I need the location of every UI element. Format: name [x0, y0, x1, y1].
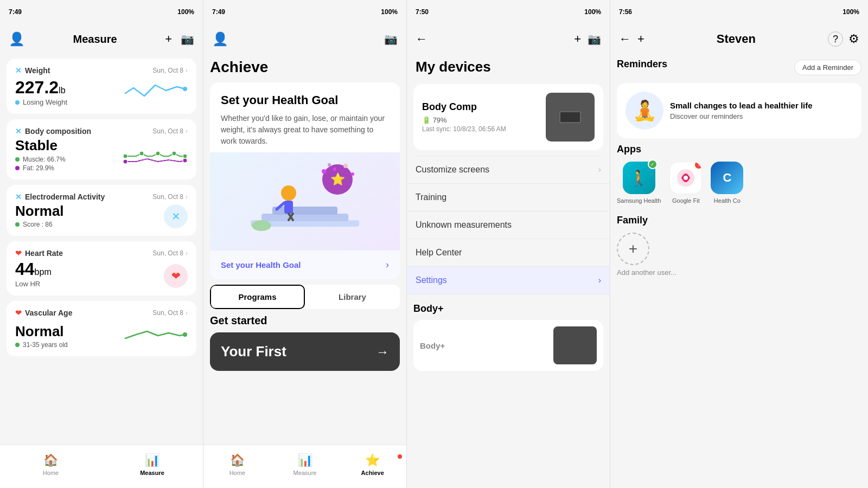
- back-button-reminders[interactable]: ←: [619, 32, 631, 46]
- nav-home-achieve[interactable]: 🏠 Home: [203, 453, 271, 476]
- vascular-label: Vascular Age: [25, 309, 72, 317]
- app-samsung-health[interactable]: 🚶 ✓ Samsung Health: [617, 162, 661, 204]
- nav-measure-label: Measure: [140, 470, 164, 476]
- add-user-button[interactable]: +: [617, 233, 649, 265]
- eda-badge: ✕: [164, 204, 188, 228]
- eda-card[interactable]: ✕ Electrodermal Activity Sun, Oct 8 › No…: [7, 185, 196, 236]
- svg-point-20: [328, 163, 331, 166]
- body-comp-device-card[interactable]: Body Comp 🔋 79% Last sync: 10/8/23, 06:5…: [413, 84, 603, 150]
- svg-point-2: [139, 151, 144, 156]
- body-plus-placeholder: Body+: [420, 341, 547, 350]
- eda-icon: ✕: [15, 192, 22, 201]
- vascular-value: Normal: [15, 324, 123, 339]
- app-google-fit[interactable]: ! Google Fit: [669, 162, 702, 204]
- body-comp-image: [546, 93, 595, 142]
- body-date: Sun, Oct 8: [152, 127, 183, 135]
- body-label: Body composition: [25, 127, 91, 136]
- your-first-arrow: →: [376, 344, 389, 359]
- your-first-card[interactable]: Your First →: [210, 332, 400, 371]
- profile-icon-achieve[interactable]: 👤: [212, 31, 228, 47]
- nav-home-measure[interactable]: 🏠 Home: [0, 453, 101, 476]
- reminder-sub-text: Discover our reminders: [670, 112, 853, 120]
- achieve-notification-dot: [398, 454, 402, 459]
- status-bar-devices: 7:50 100%: [407, 0, 610, 24]
- profile-icon-measure[interactable]: 👤: [9, 31, 25, 47]
- body-chevron: ›: [186, 127, 188, 135]
- devices-title-wrap: My devices: [407, 54, 610, 84]
- svg-point-5: [183, 154, 187, 158]
- status-bar-reminders: 7:56 100%: [610, 0, 868, 24]
- training-item[interactable]: Training: [407, 184, 610, 211]
- svg-point-6: [123, 159, 127, 164]
- weight-value: 227.2lb: [15, 78, 123, 97]
- body-plus-card[interactable]: Body+: [413, 320, 603, 371]
- add-user-label: Add another user...: [617, 268, 676, 277]
- back-button-devices[interactable]: ←: [416, 32, 427, 46]
- time-reminders: 7:56: [619, 8, 632, 16]
- apps-row: 🚶 ✓ Samsung Health ! Goo: [617, 162, 861, 204]
- customize-screens-item[interactable]: Customize screens ›: [407, 156, 610, 184]
- camera-button-measure[interactable]: 📷: [181, 33, 194, 46]
- heart-label: Heart Rate: [25, 249, 63, 258]
- vascular-age-range: 31-35 years old: [23, 341, 68, 349]
- add-button-measure[interactable]: +: [165, 32, 172, 46]
- app-health-co[interactable]: C Health Co: [711, 162, 743, 204]
- add-button-reminders[interactable]: +: [637, 32, 644, 46]
- samsung-badge: ✓: [648, 159, 658, 169]
- unknown-measurements-label: Unknown measurements: [416, 220, 512, 230]
- family-add-area: + Add another user...: [617, 233, 861, 277]
- help-button[interactable]: ?: [828, 31, 843, 47]
- body-comp-sync: Last sync: 10/8/23, 06:56 AM: [422, 125, 539, 133]
- weight-card[interactable]: ✕ Weight Sun, Oct 8 › 227.2lb Losing Wei…: [7, 59, 196, 114]
- google-fit-svg: [674, 166, 698, 190]
- battery-measure: 100%: [177, 8, 194, 16]
- unknown-measurements-item[interactable]: Unknown measurements: [407, 211, 610, 239]
- weight-dot: [15, 100, 20, 105]
- nav-measure-active[interactable]: 📊 Measure: [101, 453, 203, 476]
- svg-point-0: [183, 87, 187, 91]
- bottom-nav-achieve: 🏠 Home 📊 Measure ⭐ Achieve: [203, 445, 406, 488]
- health-co-icon: C: [711, 162, 743, 194]
- apps-section-title: Apps: [617, 144, 861, 155]
- svg-point-24: [252, 220, 271, 231]
- weight-icon: ✕: [15, 66, 22, 75]
- vascular-card[interactable]: ❤ Vascular Age Sun, Oct 8 › Normal 31-35…: [7, 301, 196, 356]
- settings-item[interactable]: Settings ›: [407, 267, 610, 294]
- camera-button-devices[interactable]: 📷: [588, 33, 601, 46]
- get-started-title: Get started: [210, 314, 400, 327]
- nav-measure-achieve[interactable]: 📊 Measure: [271, 453, 339, 476]
- heart-date: Sun, Oct 8: [152, 249, 183, 257]
- settings-button-reminders[interactable]: ⚙: [848, 32, 859, 46]
- muscle-dot: [15, 157, 20, 162]
- set-health-goal-button[interactable]: Set your Health Goal ›: [210, 250, 400, 279]
- weight-date: Sun, Oct 8: [152, 67, 183, 74]
- goal-btn-chevron: ›: [386, 259, 389, 271]
- help-center-item[interactable]: Help Center: [407, 239, 610, 267]
- google-fit-icon: !: [669, 162, 702, 194]
- vascular-icon: ❤: [15, 309, 22, 317]
- add-user-plus-icon: +: [629, 240, 637, 258]
- heart-value: 44bpm: [15, 260, 123, 279]
- body-plus-title: Body+: [413, 303, 603, 314]
- svg-point-7: [183, 158, 187, 163]
- heart-rate-card[interactable]: ❤ Heart Rate Sun, Oct 8 › 44bpm Low HR: [7, 241, 196, 296]
- eda-date: Sun, Oct 8: [152, 193, 183, 201]
- svg-point-12: [281, 185, 296, 201]
- body-composition-card[interactable]: ✕ Body composition Sun, Oct 8 › Stable M…: [7, 119, 196, 179]
- tab-library[interactable]: Library: [305, 285, 400, 309]
- customize-chevron: ›: [598, 165, 601, 175]
- reminder-card-1[interactable]: 🧘 Small changes to lead a healthier life…: [617, 83, 861, 138]
- body-comp-name: Body Comp: [422, 101, 539, 113]
- weight-subtitle: Losing Weight: [23, 98, 67, 106]
- add-button-devices[interactable]: +: [574, 32, 581, 46]
- nav-achieve-active[interactable]: ⭐ Achieve: [339, 453, 406, 476]
- eda-value: Normal: [15, 203, 123, 219]
- header-measure: 👤 Measure + 📷: [0, 24, 203, 54]
- svg-rect-10: [261, 214, 348, 221]
- camera-button-achieve[interactable]: 📷: [384, 33, 398, 46]
- tab-programs[interactable]: Programs: [210, 285, 305, 309]
- add-reminder-button[interactable]: Add a Reminder: [794, 60, 861, 75]
- time-devices: 7:50: [416, 8, 429, 16]
- battery-devices: 100%: [584, 8, 601, 16]
- nav-achieve-label: Achieve: [361, 470, 384, 476]
